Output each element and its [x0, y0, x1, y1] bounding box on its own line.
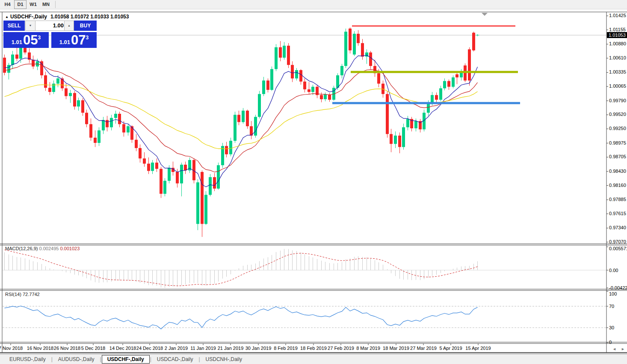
rsi-name: RSI(14)	[5, 292, 21, 297]
macd-axis-tick: -0.004224	[609, 285, 627, 290]
time-axis-label: 18 Mar 2019	[383, 346, 409, 351]
symbol-tab-bar: EURUSD-,Daily|AUDUSD-,Daily|USDCHF-,Dail…	[0, 354, 627, 364]
price-axis-tick: 1.01155	[609, 27, 626, 32]
rsi-axis-tick: 30	[609, 325, 614, 330]
price-axis-tick: 0.99250	[609, 126, 626, 131]
macd-main-value: 0.002495	[39, 246, 59, 251]
buy-button[interactable]: BUY	[74, 21, 97, 31]
price-axis-tick: 0.99520	[609, 112, 626, 117]
time-axis-label: 15 Apr 2019	[465, 346, 491, 351]
price-axis-tick: 0.97885	[609, 197, 626, 202]
rsi-axis-tick: 70	[609, 304, 614, 309]
chart-title: ▲USDCHF-,Daily1.01058 1.01072 1.01033 1.…	[5, 14, 129, 20]
time-axis-label: 2 Jan 2019	[165, 346, 188, 351]
price-axis-tick: 0.99790	[609, 98, 626, 103]
chevron-up-icon: ▲	[68, 24, 71, 27]
price-axis-tick: 1.00610	[609, 55, 626, 60]
time-axis-label: 18 Feb 2019	[300, 346, 327, 351]
price-axis-tick: 0.98975	[609, 140, 626, 145]
price-axis-tick: 0.98160	[609, 183, 626, 188]
time-axis-label: 5 Dec 2018	[81, 346, 105, 351]
current-price-badge: 1.01053	[607, 32, 627, 38]
volume-input[interactable]: 1.00	[35, 21, 67, 31]
price-axis-tick: 0.98705	[609, 154, 626, 159]
time-axis-label: 7 Nov 2018	[0, 346, 23, 351]
macd-name: MACD(12,26,9)	[5, 246, 38, 251]
scroll-right-arrow[interactable]: ►	[621, 347, 625, 351]
macd-axis-tick: 0.00	[609, 268, 618, 273]
price-axis-tick: 0.98430	[609, 169, 626, 174]
chart-shift-marker-icon[interactable]	[482, 13, 488, 16]
time-axis-label: 14 Dec 2018	[109, 346, 136, 351]
price-axis-tick: 0.97340	[609, 225, 626, 230]
time-axis-label: 21 Jan 2019	[218, 346, 244, 351]
tab-usdchf[interactable]: USDCHF-,Daily	[102, 355, 150, 364]
rsi-indicator-label: RSI(14) 72.7742	[5, 292, 40, 297]
time-axis-label: 24 Dec 2018	[136, 346, 163, 351]
tab-audusd[interactable]: AUDUSD-,Daily	[53, 355, 100, 364]
sell-button[interactable]: SELL	[3, 21, 25, 31]
price-axis-tick: 0.97070	[609, 239, 626, 244]
collapse-panel-icon[interactable]: ▲	[5, 15, 9, 19]
symbol-period-label: USDCHF-,Daily	[10, 14, 47, 20]
mid-ma	[5, 64, 478, 172]
ask-price-big: 07	[71, 34, 86, 47]
volume-increase-button[interactable]: ▲	[64, 21, 74, 31]
trading-app-window: H4D1W1MN ▲USDCHF-,Daily1.01058 1.01072 1…	[0, 0, 627, 364]
time-axis-label: 8 Mar 2019	[356, 346, 380, 351]
macd-signal-line	[5, 250, 478, 286]
rsi-value: 72.7742	[23, 292, 40, 297]
price-axis-tick: 1.00880	[609, 41, 626, 46]
macd-axis-tick: 0.005571	[609, 246, 627, 251]
time-axis-label: 30 Jan 2019	[245, 346, 272, 351]
rsi-line	[5, 306, 478, 329]
ask-price-box[interactable]: 1.01 07 3	[51, 32, 97, 48]
price-axis-tick: 1.00335	[609, 69, 626, 74]
tab-eurusd[interactable]: EURUSD-,Daily	[4, 355, 51, 364]
time-axis-label: 27 Mar 2019	[410, 346, 437, 351]
tab-usdcad[interactable]: USDCAD-,Daily	[152, 355, 198, 364]
scroll-left-arrow[interactable]: ◄	[612, 347, 616, 351]
ask-price-pip: 3	[86, 35, 89, 41]
macd-signal-value: 0.001023	[60, 246, 80, 251]
macd-indicator-label: MACD(12,26,9) 0.002495 0.001023	[5, 246, 80, 251]
time-axis-label: 16 Nov 2018	[27, 346, 53, 351]
bid-price-big: 05	[23, 34, 38, 47]
time-axis-label: 26 Nov 2018	[54, 346, 80, 351]
price-axis-tick: 1.00065	[609, 83, 626, 89]
time-axis-label: 27 Feb 2019	[328, 346, 354, 351]
ohlc-values: 1.01058 1.01072 1.01033 1.01053	[50, 14, 129, 20]
time-axis-label: 5 Apr 2019	[439, 346, 462, 351]
time-axis-label: 8 Feb 2019	[274, 346, 298, 351]
price-axis-tick: 0.97615	[609, 211, 626, 216]
bid-price-box[interactable]: 1.01 05 3	[3, 32, 49, 48]
chevron-down-icon: ▼	[29, 24, 32, 27]
bid-price-prefix: 1.01	[12, 39, 22, 45]
time-axis-label: 11 Jan 2019	[190, 346, 216, 351]
chart-canvas[interactable]	[0, 0, 627, 364]
volume-decrease-button[interactable]: ▼	[25, 21, 35, 31]
rsi-axis-tick: 100	[609, 291, 617, 296]
rsi-axis-tick: 0	[609, 340, 612, 345]
price-axis-tick: 1.01425	[609, 13, 626, 18]
tab-usdcnh[interactable]: USDCNH-,Daily	[201, 355, 247, 364]
bid-price-pip: 3	[38, 35, 41, 41]
ask-price-prefix: 1.01	[59, 39, 70, 45]
